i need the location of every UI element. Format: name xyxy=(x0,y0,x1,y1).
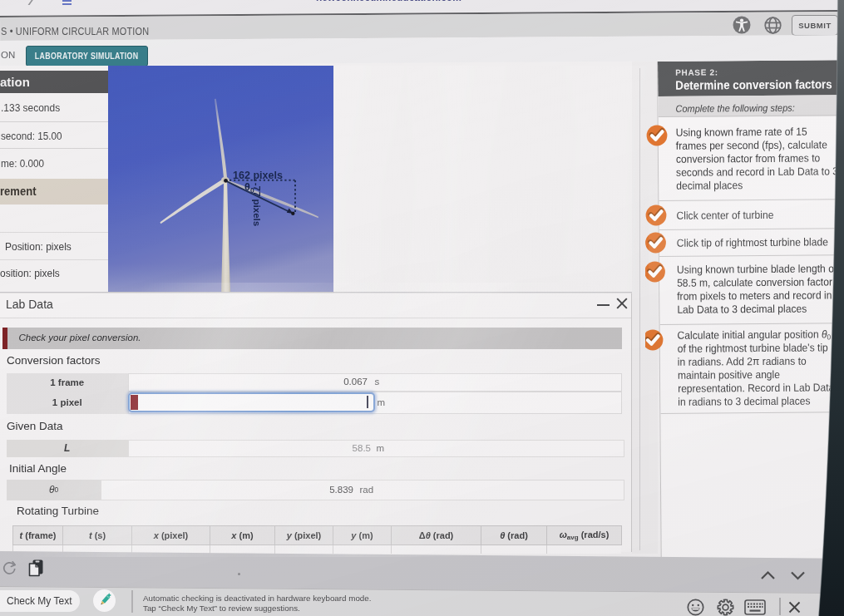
svg-text:θ: θ xyxy=(244,181,250,193)
svg-text:162 pixels: 162 pixels xyxy=(233,170,283,181)
svg-text:-77 pixels: -77 pixels xyxy=(252,183,262,226)
